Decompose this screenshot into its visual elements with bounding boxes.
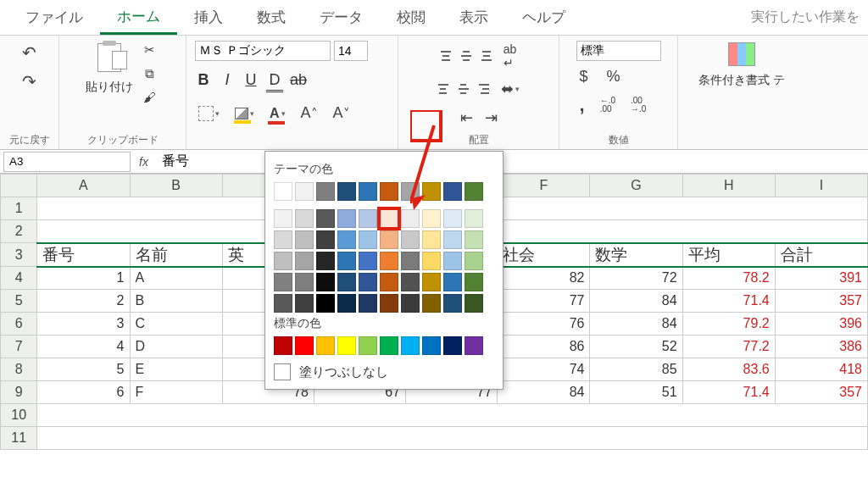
color-swatch[interactable] (380, 209, 398, 228)
cell[interactable]: 396 (775, 313, 867, 336)
cell[interactable]: 418 (775, 358, 867, 381)
color-swatch[interactable] (274, 336, 292, 355)
cell[interactable]: 平均 (682, 243, 775, 267)
color-swatch[interactable] (443, 230, 462, 249)
col-header[interactable]: H (682, 175, 775, 197)
color-swatch[interactable] (465, 252, 483, 270)
font-name-combo[interactable] (195, 41, 331, 61)
align-top-button[interactable] (437, 49, 454, 63)
color-swatch[interactable] (295, 182, 314, 201)
cell[interactable]: 6 (37, 381, 130, 404)
color-swatch[interactable] (380, 294, 398, 313)
decrease-font-button[interactable]: A˅ (330, 103, 353, 124)
cell[interactable]: 85 (590, 358, 682, 381)
cell[interactable]: 5 (37, 358, 130, 381)
color-swatch[interactable] (316, 336, 335, 355)
color-swatch[interactable] (274, 209, 292, 228)
color-swatch[interactable] (359, 336, 377, 355)
bold-button[interactable]: B (195, 71, 212, 92)
cell[interactable]: 72 (590, 267, 682, 290)
strikethrough-button[interactable]: ab (290, 71, 307, 92)
increase-indent-button[interactable]: ⇥ (481, 107, 501, 129)
copy-button[interactable]: ⧉ (142, 64, 158, 83)
align-bottom-button[interactable] (478, 49, 495, 63)
row-header[interactable]: 2 (1, 220, 37, 243)
tab-help[interactable]: ヘルプ (505, 0, 582, 35)
color-swatch[interactable] (401, 336, 420, 355)
color-swatch[interactable] (422, 209, 441, 228)
row-header[interactable]: 6 (1, 313, 37, 336)
color-swatch[interactable] (422, 294, 441, 313)
color-swatch[interactable] (401, 182, 420, 201)
cell[interactable]: 84 (590, 290, 682, 313)
row-header[interactable]: 5 (1, 290, 37, 313)
formula-bar[interactable] (157, 152, 868, 171)
decrease-decimal-button[interactable]: .00 →.0 (627, 95, 649, 115)
wrap-text-button[interactable]: ab↵ (500, 41, 520, 71)
color-swatch[interactable] (401, 294, 420, 313)
cell[interactable]: 71.4 (682, 381, 775, 404)
cell[interactable]: D (130, 336, 222, 358)
cell[interactable]: 51 (590, 381, 682, 404)
color-swatch[interactable] (337, 336, 356, 355)
merge-cells-button[interactable]: ⬌▾ (498, 78, 523, 100)
row-header[interactable]: 4 (1, 267, 37, 290)
cell[interactable]: 77.2 (682, 336, 775, 358)
cell[interactable]: 4 (37, 336, 130, 358)
row-header[interactable]: 10 (1, 404, 37, 427)
color-swatch[interactable] (465, 182, 483, 201)
color-swatch[interactable] (295, 252, 314, 270)
color-swatch[interactable] (465, 336, 483, 355)
redo-button[interactable]: ↷ (19, 69, 40, 93)
color-swatch[interactable] (401, 273, 420, 291)
double-underline-button[interactable]: D (266, 71, 283, 92)
color-swatch[interactable] (401, 230, 420, 249)
cell[interactable]: 82 (498, 267, 590, 290)
col-header[interactable]: A (37, 175, 130, 197)
col-header[interactable]: B (130, 175, 222, 197)
conditional-formatting-button[interactable] (725, 41, 759, 68)
fx-icon[interactable]: fx (131, 155, 157, 169)
color-swatch[interactable] (295, 209, 314, 228)
cell[interactable]: 76 (498, 313, 590, 336)
color-swatch[interactable] (443, 182, 462, 201)
cell[interactable]: B (130, 290, 222, 313)
undo-button[interactable]: ↶ (19, 41, 40, 64)
color-swatch[interactable] (316, 182, 335, 201)
color-swatch[interactable] (295, 230, 314, 249)
color-swatch[interactable] (359, 294, 377, 313)
underline-button[interactable]: U (242, 71, 259, 92)
font-size-combo[interactable] (334, 41, 368, 61)
color-swatch[interactable] (274, 294, 292, 313)
cell[interactable]: 79.2 (682, 313, 775, 336)
currency-button[interactable]: $ (576, 66, 592, 87)
comma-style-button[interactable]: , (576, 92, 588, 118)
color-swatch[interactable] (443, 336, 462, 355)
cell[interactable]: 2 (37, 290, 130, 313)
color-swatch[interactable] (422, 182, 441, 201)
color-swatch[interactable] (295, 273, 314, 291)
row-header[interactable]: 9 (1, 381, 37, 404)
color-swatch[interactable] (465, 273, 483, 291)
cell[interactable]: C (130, 313, 222, 336)
color-swatch[interactable] (380, 336, 398, 355)
cell[interactable]: 84 (590, 313, 682, 336)
cell[interactable]: 番号 (37, 243, 130, 267)
tell-me-search[interactable]: 実行したい作業を (751, 8, 868, 26)
percent-button[interactable]: % (604, 66, 624, 87)
row-header[interactable]: 1 (1, 197, 37, 220)
align-right-button[interactable] (476, 82, 492, 96)
tab-file[interactable]: ファイル (8, 0, 100, 35)
fill-color-button[interactable]: ▾ (231, 106, 258, 121)
color-swatch[interactable] (337, 230, 356, 249)
tab-home[interactable]: ホーム (100, 0, 177, 35)
color-swatch[interactable] (380, 182, 398, 201)
color-swatch[interactable] (316, 252, 335, 270)
tab-view[interactable]: 表示 (442, 0, 505, 35)
row-header[interactable]: 11 (1, 427, 37, 450)
number-format-combo[interactable] (576, 41, 661, 61)
cell[interactable]: F (130, 381, 222, 404)
color-swatch[interactable] (401, 252, 420, 270)
color-swatch[interactable] (337, 273, 356, 291)
cell[interactable]: 3 (37, 313, 130, 336)
